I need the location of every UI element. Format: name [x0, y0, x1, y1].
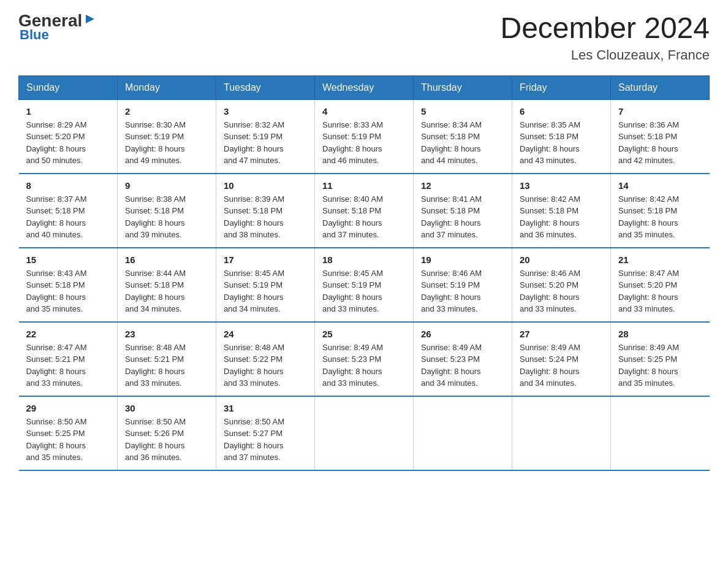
day-info: Sunrise: 8:37 AM Sunset: 5:18 PM Dayligh… — [26, 193, 110, 241]
day-info: Sunrise: 8:49 AM Sunset: 5:25 PM Dayligh… — [618, 342, 702, 389]
calendar-cell: 23Sunrise: 8:48 AM Sunset: 5:21 PM Dayli… — [118, 322, 216, 396]
day-info: Sunrise: 8:42 AM Sunset: 5:18 PM Dayligh… — [618, 193, 702, 241]
calendar-cell — [315, 396, 414, 470]
calendar-cell: 3Sunrise: 8:32 AM Sunset: 5:19 PM Daylig… — [216, 99, 315, 174]
header-day-saturday: Saturday — [611, 75, 710, 99]
day-number: 25 — [322, 329, 406, 339]
day-info: Sunrise: 8:50 AM Sunset: 5:26 PM Dayligh… — [125, 416, 208, 464]
day-number: 14 — [618, 180, 702, 191]
calendar-cell — [512, 396, 611, 470]
day-info: Sunrise: 8:49 AM Sunset: 5:23 PM Dayligh… — [322, 342, 406, 389]
day-info: Sunrise: 8:49 AM Sunset: 5:24 PM Dayligh… — [520, 342, 603, 389]
calendar-cell: 24Sunrise: 8:48 AM Sunset: 5:22 PM Dayli… — [216, 322, 315, 396]
day-number: 21 — [618, 255, 702, 265]
day-info: Sunrise: 8:42 AM Sunset: 5:18 PM Dayligh… — [520, 193, 603, 241]
day-number: 1 — [26, 106, 110, 117]
day-number: 24 — [224, 329, 307, 339]
day-info: Sunrise: 8:38 AM Sunset: 5:18 PM Dayligh… — [125, 193, 208, 241]
calendar-cell — [611, 396, 710, 470]
calendar-cell: 15Sunrise: 8:43 AM Sunset: 5:18 PM Dayli… — [19, 248, 118, 322]
calendar-cell: 17Sunrise: 8:45 AM Sunset: 5:19 PM Dayli… — [216, 248, 315, 322]
calendar-cell: 30Sunrise: 8:50 AM Sunset: 5:26 PM Dayli… — [118, 396, 216, 470]
day-number: 31 — [224, 403, 307, 413]
calendar-cell: 10Sunrise: 8:39 AM Sunset: 5:18 PM Dayli… — [216, 174, 315, 248]
day-info: Sunrise: 8:35 AM Sunset: 5:18 PM Dayligh… — [520, 119, 603, 167]
day-info: Sunrise: 8:46 AM Sunset: 5:19 PM Dayligh… — [421, 267, 504, 315]
header-day-tuesday: Tuesday — [216, 75, 315, 99]
page-subtitle: Les Clouzeaux, France — [500, 47, 710, 63]
day-info: Sunrise: 8:48 AM Sunset: 5:21 PM Dayligh… — [125, 342, 208, 389]
page-header: General Blue December 2024 Les Clouzeaux… — [18, 12, 710, 63]
day-number: 28 — [618, 329, 702, 339]
day-info: Sunrise: 8:47 AM Sunset: 5:20 PM Dayligh… — [618, 267, 702, 315]
day-info: Sunrise: 8:47 AM Sunset: 5:21 PM Dayligh… — [26, 342, 110, 389]
calendar-cell: 14Sunrise: 8:42 AM Sunset: 5:18 PM Dayli… — [611, 174, 710, 248]
week-row-1: 1Sunrise: 8:29 AM Sunset: 5:20 PM Daylig… — [19, 99, 710, 174]
day-info: Sunrise: 8:30 AM Sunset: 5:19 PM Dayligh… — [125, 119, 208, 167]
calendar-cell: 20Sunrise: 8:46 AM Sunset: 5:20 PM Dayli… — [512, 248, 611, 322]
calendar-cell: 2Sunrise: 8:30 AM Sunset: 5:19 PM Daylig… — [118, 99, 216, 174]
svg-marker-0 — [86, 15, 94, 23]
calendar-cell: 18Sunrise: 8:45 AM Sunset: 5:19 PM Dayli… — [315, 248, 414, 322]
day-number: 2 — [125, 106, 208, 117]
logo-arrow-icon — [83, 12, 97, 26]
day-number: 11 — [322, 180, 406, 191]
day-number: 17 — [224, 255, 307, 265]
calendar-cell: 1Sunrise: 8:29 AM Sunset: 5:20 PM Daylig… — [19, 99, 118, 174]
calendar-cell — [414, 396, 512, 470]
calendar-cell: 13Sunrise: 8:42 AM Sunset: 5:18 PM Dayli… — [512, 174, 611, 248]
day-info: Sunrise: 8:48 AM Sunset: 5:22 PM Dayligh… — [224, 342, 307, 389]
calendar-cell: 25Sunrise: 8:49 AM Sunset: 5:23 PM Dayli… — [315, 322, 414, 396]
day-number: 10 — [224, 180, 307, 191]
day-number: 6 — [520, 106, 603, 117]
day-number: 22 — [26, 329, 110, 339]
calendar-cell: 5Sunrise: 8:34 AM Sunset: 5:18 PM Daylig… — [414, 99, 512, 174]
day-info: Sunrise: 8:45 AM Sunset: 5:19 PM Dayligh… — [322, 267, 406, 315]
day-number: 15 — [26, 255, 110, 265]
header-day-wednesday: Wednesday — [315, 75, 414, 99]
week-row-4: 22Sunrise: 8:47 AM Sunset: 5:21 PM Dayli… — [19, 322, 710, 396]
day-info: Sunrise: 8:45 AM Sunset: 5:19 PM Dayligh… — [224, 267, 307, 315]
day-number: 12 — [421, 180, 504, 191]
day-info: Sunrise: 8:43 AM Sunset: 5:18 PM Dayligh… — [26, 267, 110, 315]
day-number: 18 — [322, 255, 406, 265]
day-info: Sunrise: 8:39 AM Sunset: 5:18 PM Dayligh… — [224, 193, 307, 241]
day-info: Sunrise: 8:29 AM Sunset: 5:20 PM Dayligh… — [26, 119, 110, 167]
calendar-cell: 4Sunrise: 8:33 AM Sunset: 5:19 PM Daylig… — [315, 99, 414, 174]
calendar-cell: 22Sunrise: 8:47 AM Sunset: 5:21 PM Dayli… — [19, 322, 118, 396]
logo: General Blue — [18, 12, 97, 43]
day-number: 9 — [125, 180, 208, 191]
calendar-cell: 26Sunrise: 8:49 AM Sunset: 5:23 PM Dayli… — [414, 322, 512, 396]
page-title: December 2024 — [500, 12, 710, 45]
day-number: 7 — [618, 106, 702, 117]
calendar-cell: 6Sunrise: 8:35 AM Sunset: 5:18 PM Daylig… — [512, 99, 611, 174]
calendar-cell: 8Sunrise: 8:37 AM Sunset: 5:18 PM Daylig… — [19, 174, 118, 248]
day-number: 29 — [26, 403, 110, 413]
day-number: 19 — [421, 255, 504, 265]
day-number: 5 — [421, 106, 504, 117]
week-row-2: 8Sunrise: 8:37 AM Sunset: 5:18 PM Daylig… — [19, 174, 710, 248]
day-info: Sunrise: 8:40 AM Sunset: 5:18 PM Dayligh… — [322, 193, 406, 241]
day-info: Sunrise: 8:36 AM Sunset: 5:18 PM Dayligh… — [618, 119, 702, 167]
day-number: 8 — [26, 180, 110, 191]
day-number: 27 — [520, 329, 603, 339]
calendar-cell: 19Sunrise: 8:46 AM Sunset: 5:19 PM Dayli… — [414, 248, 512, 322]
calendar-cell: 9Sunrise: 8:38 AM Sunset: 5:18 PM Daylig… — [118, 174, 216, 248]
day-info: Sunrise: 8:34 AM Sunset: 5:18 PM Dayligh… — [421, 119, 504, 167]
day-info: Sunrise: 8:32 AM Sunset: 5:19 PM Dayligh… — [224, 119, 307, 167]
calendar-cell: 27Sunrise: 8:49 AM Sunset: 5:24 PM Dayli… — [512, 322, 611, 396]
week-row-3: 15Sunrise: 8:43 AM Sunset: 5:18 PM Dayli… — [19, 248, 710, 322]
day-info: Sunrise: 8:50 AM Sunset: 5:27 PM Dayligh… — [224, 416, 307, 464]
calendar-cell: 11Sunrise: 8:40 AM Sunset: 5:18 PM Dayli… — [315, 174, 414, 248]
header-day-friday: Friday — [512, 75, 611, 99]
day-number: 20 — [520, 255, 603, 265]
calendar-cell: 21Sunrise: 8:47 AM Sunset: 5:20 PM Dayli… — [611, 248, 710, 322]
calendar-cell: 31Sunrise: 8:50 AM Sunset: 5:27 PM Dayli… — [216, 396, 315, 470]
day-info: Sunrise: 8:50 AM Sunset: 5:25 PM Dayligh… — [26, 416, 110, 464]
title-block: December 2024 Les Clouzeaux, France — [500, 12, 710, 63]
header-day-sunday: Sunday — [19, 75, 118, 99]
week-row-5: 29Sunrise: 8:50 AM Sunset: 5:25 PM Dayli… — [19, 396, 710, 470]
calendar-cell: 16Sunrise: 8:44 AM Sunset: 5:18 PM Dayli… — [118, 248, 216, 322]
logo-blue-label: Blue — [20, 27, 49, 43]
day-number: 23 — [125, 329, 208, 339]
